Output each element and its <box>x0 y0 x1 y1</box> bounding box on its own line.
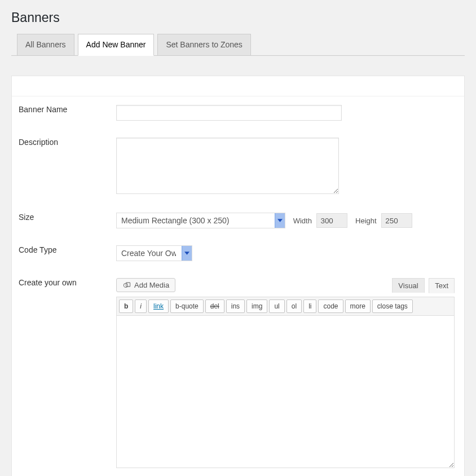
editor-tab-text[interactable]: Text <box>429 278 455 293</box>
qt-bquote[interactable]: b-quote <box>170 299 204 313</box>
qt-italic[interactable]: i <box>135 299 147 313</box>
qt-link[interactable]: link <box>148 299 169 313</box>
code-type-select[interactable]: Create Your Own <box>116 245 192 261</box>
editor-container: Add Media Visual Text b i link b-quote <box>116 278 455 470</box>
qt-ul[interactable]: ul <box>269 299 284 313</box>
quicktags-toolbar: b i link b-quote del ins img ul ol li co… <box>116 297 455 316</box>
label-code-type: Code Type <box>12 237 111 270</box>
qt-code[interactable]: code <box>318 299 343 313</box>
label-width: Width <box>293 217 312 225</box>
qt-bold[interactable]: b <box>119 299 133 313</box>
qt-img[interactable]: img <box>246 299 267 313</box>
svg-rect-1 <box>126 283 130 287</box>
tab-add-new-banner[interactable]: Add New Banner <box>78 34 155 56</box>
tab-set-banners-zones[interactable]: Set Banners to Zones <box>157 34 250 56</box>
label-size: Size <box>12 204 111 237</box>
qt-del[interactable]: del <box>205 299 224 313</box>
label-description: Description <box>12 129 111 204</box>
panel-header <box>12 76 464 96</box>
size-select[interactable]: Medium Rectangle (300 x 250) <box>116 213 285 228</box>
label-banner-name: Banner Name <box>12 96 111 129</box>
description-textarea[interactable] <box>116 138 339 194</box>
banner-name-input[interactable] <box>116 105 342 121</box>
form-panel: Banner Name Description Size Medium Rect… <box>11 76 465 476</box>
editor-tab-visual[interactable]: Visual <box>392 278 424 293</box>
editor-textarea[interactable] <box>116 316 455 468</box>
label-create-own: Create your own <box>12 270 111 476</box>
tab-all-banners[interactable]: All Banners <box>17 34 74 56</box>
add-media-button[interactable]: Add Media <box>116 278 175 292</box>
media-icon <box>122 281 131 289</box>
qt-ins[interactable]: ins <box>226 299 245 313</box>
page-title: Banners <box>11 10 465 25</box>
add-media-label: Add Media <box>134 281 169 289</box>
width-input[interactable] <box>316 213 347 228</box>
nav-tabs: All Banners Add New Banner Set Banners t… <box>11 34 465 56</box>
qt-closetags[interactable]: close tags <box>372 299 413 313</box>
qt-ol[interactable]: ol <box>287 299 302 313</box>
height-input[interactable] <box>381 213 412 228</box>
label-height: Height <box>355 217 377 225</box>
qt-li[interactable]: li <box>303 299 316 313</box>
qt-more[interactable]: more <box>345 299 371 313</box>
